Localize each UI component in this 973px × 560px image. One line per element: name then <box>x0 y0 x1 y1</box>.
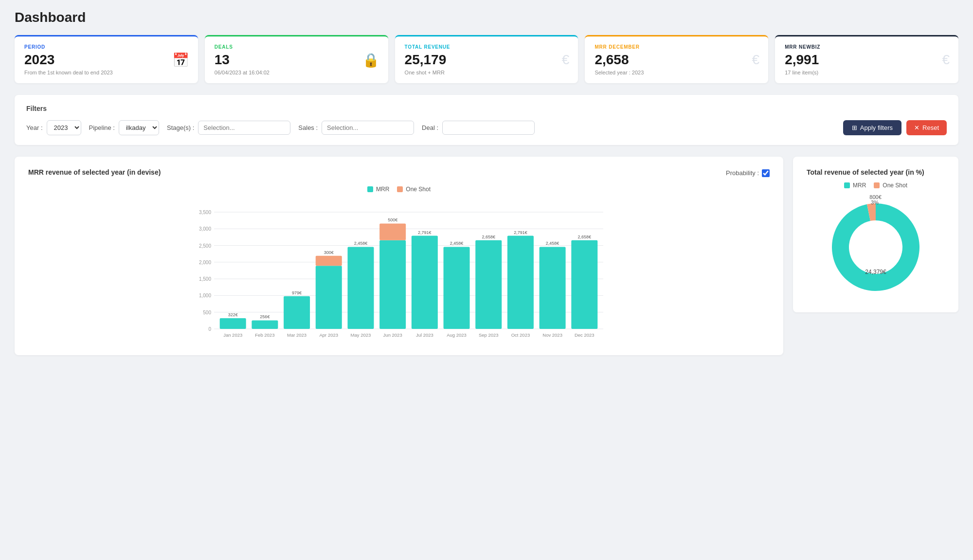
filters-section: Filters Year : 2023 Pipeline : ilkaday S… <box>15 95 958 145</box>
kpi-value-total_revenue: 25,179 <box>405 53 569 68</box>
svg-text:Jan 2023: Jan 2023 <box>223 332 242 338</box>
bar-chart-title: MRR revenue of selected year (in devise) <box>28 168 161 176</box>
page-title: Dashboard <box>15 10 958 25</box>
kpi-value-period: 2023 <box>24 53 188 68</box>
year-select[interactable]: 2023 <box>47 120 81 135</box>
svg-rect-44 <box>475 240 502 329</box>
oneshot-legend-item: One Shot <box>397 186 431 193</box>
svg-text:2,458€: 2,458€ <box>354 241 368 246</box>
mrr-legend-dot <box>367 186 373 192</box>
donut-chart-title: Total revenue of selected year (in %) <box>807 168 945 176</box>
svg-text:2,658€: 2,658€ <box>482 235 495 239</box>
svg-text:Sep 2023: Sep 2023 <box>479 332 499 338</box>
kpi-sub-period: From the 1st known deal to end 2023 <box>24 70 188 75</box>
oneshot-legend-dot <box>397 186 403 192</box>
svg-text:2,458€: 2,458€ <box>450 241 464 246</box>
kpi-card-total_revenue: TOTAL REVENUE 25,179 One shot + MRR € <box>395 35 578 83</box>
kpi-card-mrr_december: MRR DECEMBER 2,658 Selected year : 2023 … <box>585 35 768 83</box>
donut-oneshot-label: One Shot <box>883 182 907 189</box>
svg-text:500: 500 <box>203 310 211 315</box>
kpi-card-period: PERIOD 2023 From the 1st known deal to e… <box>15 35 198 83</box>
deal-input[interactable] <box>442 121 535 135</box>
svg-rect-16 <box>220 318 246 329</box>
probability-checkbox[interactable] <box>762 169 770 177</box>
sales-input[interactable] <box>322 121 414 135</box>
pipeline-filter-group: Pipeline : ilkaday <box>89 120 159 135</box>
kpi-icon-deals: 🔒 <box>362 52 379 68</box>
kpi-value-mrr_newbiz: 2,991 <box>785 53 949 68</box>
kpi-icon-mrr_newbiz: € <box>942 52 950 68</box>
apply-filters-button[interactable]: ⊞ Apply filters <box>843 120 901 135</box>
deal-label: Deal : <box>422 124 438 131</box>
svg-text:1,000: 1,000 <box>199 293 211 298</box>
svg-text:May 2023: May 2023 <box>351 332 371 338</box>
svg-text:Mar 2023: Mar 2023 <box>287 332 306 338</box>
probability-label: Probability : <box>726 169 759 177</box>
deal-filter-group: Deal : <box>422 121 535 135</box>
stages-filter-group: Stage(s) : <box>167 121 290 135</box>
kpi-card-deals: DEALS 13 06/04/2023 at 16:04:02 🔒 <box>205 35 388 83</box>
donut-mrr-legend: MRR <box>844 182 866 189</box>
svg-rect-22 <box>284 296 310 329</box>
kpi-label-period: PERIOD <box>24 44 188 50</box>
kpi-sub-total_revenue: One shot + MRR <box>405 70 569 75</box>
svg-text:3%: 3% <box>871 199 879 205</box>
bar-chart-wrap: 05001,0001,5002,0002,5003,0003,500322€Ja… <box>28 198 770 343</box>
kpi-icon-period: 📅 <box>172 52 189 68</box>
filter-icon: ⊞ <box>852 124 857 131</box>
filters-row: Year : 2023 Pipeline : ilkaday Stage(s) … <box>26 120 947 135</box>
kpi-label-mrr_december: MRR DECEMBER <box>595 44 758 50</box>
svg-text:Oct 2023: Oct 2023 <box>511 332 530 338</box>
filters-actions: ⊞ Apply filters ✕ Reset <box>843 120 947 135</box>
svg-text:322€: 322€ <box>228 312 238 317</box>
kpi-sub-mrr_newbiz: 17 line item(s) <box>785 70 949 75</box>
svg-rect-35 <box>379 223 406 240</box>
svg-text:800€: 800€ <box>869 194 881 199</box>
year-filter-group: Year : 2023 <box>26 120 81 135</box>
svg-text:2,658€: 2,658€ <box>578 235 592 239</box>
svg-text:Nov 2023: Nov 2023 <box>542 332 562 338</box>
donut-mrr-label: MRR <box>853 182 866 189</box>
svg-rect-50 <box>540 247 566 329</box>
svg-rect-25 <box>316 266 342 329</box>
donut-oneshot-dot <box>874 182 880 188</box>
svg-text:Aug 2023: Aug 2023 <box>447 332 467 338</box>
kpi-sub-deals: 06/04/2023 at 16:04:02 <box>215 70 378 75</box>
svg-rect-33 <box>379 240 406 329</box>
kpi-icon-total_revenue: € <box>562 52 570 68</box>
svg-text:0: 0 <box>208 326 211 332</box>
svg-rect-41 <box>444 247 470 329</box>
bar-legend: MRR One Shot <box>28 186 770 193</box>
kpi-label-deals: DEALS <box>215 44 378 50</box>
pipeline-select[interactable]: ilkaday <box>119 120 159 135</box>
svg-text:300€: 300€ <box>324 250 334 255</box>
svg-rect-19 <box>252 320 278 329</box>
donut-wrap: 3%800€24,379€ <box>807 194 945 301</box>
svg-rect-30 <box>347 247 374 329</box>
stages-input[interactable] <box>198 121 290 135</box>
filters-title: Filters <box>26 105 947 112</box>
svg-text:24,379€: 24,379€ <box>865 269 886 275</box>
probability-row: Probability : <box>726 169 770 177</box>
svg-text:2,500: 2,500 <box>199 243 211 248</box>
mrr-legend-label: MRR <box>376 186 389 193</box>
donut-svg: 3%800€24,379€ <box>822 194 929 301</box>
svg-rect-38 <box>412 235 438 328</box>
svg-text:Feb 2023: Feb 2023 <box>255 332 274 338</box>
pipeline-label: Pipeline : <box>89 124 115 131</box>
reset-button[interactable]: ✕ Reset <box>906 120 947 135</box>
stages-label: Stage(s) : <box>167 124 194 131</box>
bar-chart-section: MRR revenue of selected year (in devise)… <box>15 157 783 355</box>
svg-text:979€: 979€ <box>292 290 302 295</box>
svg-text:Dec 2023: Dec 2023 <box>575 332 595 338</box>
year-label: Year : <box>26 124 43 131</box>
svg-text:2,791€: 2,791€ <box>418 230 432 235</box>
svg-text:1,500: 1,500 <box>199 276 211 282</box>
svg-text:Jul 2023: Jul 2023 <box>416 332 433 338</box>
svg-text:2,458€: 2,458€ <box>546 241 559 246</box>
kpi-row: PERIOD 2023 From the 1st known deal to e… <box>15 35 958 83</box>
kpi-icon-mrr_december: € <box>752 52 760 68</box>
donut-chart-section: Total revenue of selected year (in %) MR… <box>793 157 958 312</box>
svg-rect-53 <box>571 240 597 329</box>
svg-text:3,500: 3,500 <box>199 210 211 215</box>
